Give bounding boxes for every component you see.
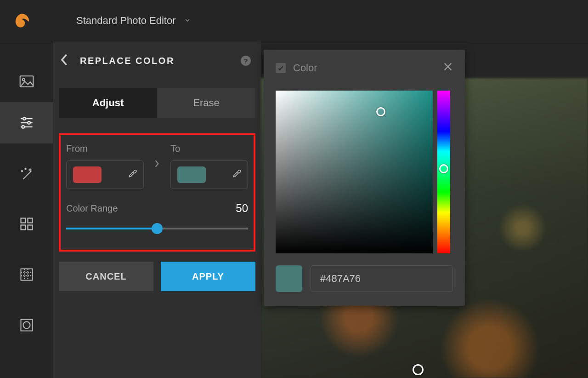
settings-panel: REPLACE COLOR ? Adjust Erase From: [53, 41, 261, 378]
svg-point-9: [21, 171, 23, 172]
from-color-swatch: [73, 166, 102, 183]
tool-adjustments-icon[interactable]: [0, 102, 53, 143]
from-color-box[interactable]: [66, 160, 144, 189]
hue-cursor-icon[interactable]: [439, 164, 448, 173]
highlighted-controls: From To: [59, 133, 255, 252]
svg-point-10: [25, 168, 26, 170]
tab-adjust[interactable]: Adjust: [59, 88, 157, 118]
cancel-button[interactable]: CANCEL: [59, 262, 153, 291]
hex-input[interactable]: #487A76: [311, 265, 453, 292]
svg-point-0: [22, 21, 25, 24]
tool-pixel-icon[interactable]: [0, 254, 53, 295]
tool-magic-wand-icon[interactable]: [0, 153, 53, 194]
selected-color-swatch: [276, 265, 302, 292]
to-label: To: [170, 143, 248, 154]
panel-title: REPLACE COLOR: [80, 56, 175, 66]
help-icon[interactable]: ?: [241, 56, 251, 66]
svg-point-4: [23, 117, 26, 120]
canvas[interactable]: Color #487A76: [261, 41, 588, 378]
eyedropper-icon[interactable]: [128, 169, 137, 180]
tool-rail: [0, 41, 53, 378]
close-icon[interactable]: [443, 61, 453, 75]
range-label: Color Range: [66, 203, 118, 214]
tool-image-icon[interactable]: [0, 61, 53, 102]
tool-circle-icon[interactable]: [0, 304, 53, 346]
svg-rect-14: [28, 225, 32, 230]
arrow-right-icon: [152, 160, 162, 180]
to-color-box[interactable]: [170, 160, 248, 189]
checkbox-icon[interactable]: [276, 63, 286, 73]
top-bar: Standard Photo Editor: [0, 0, 588, 41]
eyedropper-icon[interactable]: [232, 169, 241, 180]
range-slider[interactable]: [66, 219, 248, 238]
svg-point-6: [28, 121, 30, 124]
apply-button[interactable]: APPLY: [161, 262, 255, 291]
chevron-down-icon: [184, 15, 191, 27]
svg-rect-20: [21, 320, 32, 331]
slider-fill: [66, 228, 157, 229]
svg-point-8: [22, 126, 24, 128]
from-label: From: [66, 143, 144, 154]
back-arrow-icon[interactable]: [60, 53, 74, 68]
svg-rect-11: [21, 218, 25, 223]
popover-title: Color: [293, 62, 317, 74]
range-value: 50: [236, 202, 248, 215]
slider-thumb[interactable]: [152, 223, 163, 234]
to-color-swatch: [177, 166, 206, 183]
app-logo: [14, 12, 30, 29]
svg-point-21: [23, 322, 30, 329]
svg-rect-13: [21, 225, 25, 230]
tool-grid-icon[interactable]: [0, 203, 53, 245]
color-picker-popover: Color #487A76: [264, 50, 465, 306]
svg-rect-15: [21, 269, 32, 281]
saturation-brightness-area[interactable]: [276, 91, 433, 253]
panel-tabs: Adjust Erase: [59, 88, 255, 118]
hue-slider[interactable]: [437, 91, 450, 253]
sample-point-icon[interactable]: [413, 364, 424, 375]
tab-erase[interactable]: Erase: [157, 88, 255, 118]
editor-mode-label: Standard Photo Editor: [76, 15, 175, 27]
svg-point-2: [22, 79, 24, 81]
sb-cursor-icon[interactable]: [376, 107, 385, 116]
svg-rect-12: [28, 218, 32, 223]
editor-mode-dropdown[interactable]: Standard Photo Editor: [76, 15, 191, 27]
